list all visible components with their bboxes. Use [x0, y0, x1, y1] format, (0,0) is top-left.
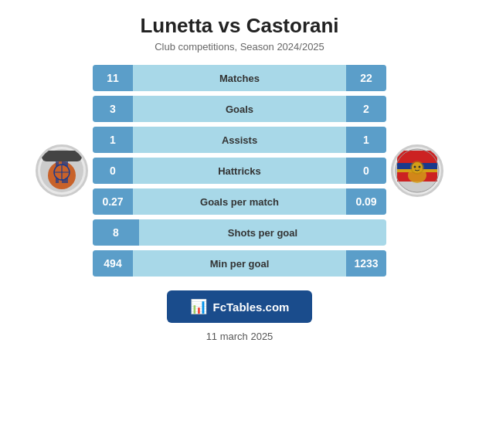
- team-logo-right: [386, 144, 448, 197]
- stat-right-assists: 1: [346, 127, 386, 153]
- stat-row-shots-per-goal: 8Shots per goal: [93, 219, 386, 246]
- stat-label-hattricks: Hattricks: [133, 165, 346, 177]
- stat-right-hattricks: 0: [346, 158, 386, 184]
- stat-right-min-per-goal: 1233: [346, 250, 386, 277]
- svg-point-19: [419, 166, 421, 168]
- header: Lunetta vs Castorani Club competitions, …: [132, 0, 346, 57]
- fctables-text: FcTables.com: [213, 300, 290, 314]
- stat-label-shots-per-goal: Shots per goal: [139, 227, 386, 239]
- stats-section: 11Matches223Goals21Assists10Hattricks00.…: [93, 65, 386, 277]
- stat-left-hattricks: 0: [93, 158, 133, 184]
- stat-right-matches: 22: [346, 65, 386, 91]
- stat-left-goals: 3: [93, 96, 133, 122]
- match-subtitle: Club competitions, Season 2024/2025: [140, 41, 338, 53]
- svg-rect-1: [42, 151, 82, 161]
- stat-label-min-per-goal: Min per goal: [133, 258, 346, 270]
- stat-row-min-per-goal: 494Min per goal1233: [93, 250, 386, 277]
- stat-row-matches: 11Matches22: [93, 65, 386, 91]
- stat-left-shots-per-goal: 8: [93, 219, 139, 246]
- svg-point-17: [412, 162, 423, 173]
- stat-right-goals-per-match: 0.09: [346, 188, 386, 215]
- potenza-badge: [391, 144, 443, 197]
- stat-row-goals-per-match: 0.27Goals per match0.09: [93, 188, 386, 215]
- stat-label-goals-per-match: Goals per match: [133, 196, 346, 208]
- stat-label-assists: Assists: [133, 134, 346, 146]
- catania-badge: [36, 144, 88, 197]
- stat-left-min-per-goal: 494: [93, 250, 133, 277]
- match-title: Lunetta vs Castorani: [140, 14, 338, 38]
- stat-row-hattricks: 0Hattricks0: [93, 158, 386, 184]
- fctables-icon: 📊: [190, 298, 207, 315]
- stat-row-goals: 3Goals2: [93, 96, 386, 122]
- stat-row-assists: 1Assists1: [93, 127, 386, 153]
- stat-label-goals: Goals: [133, 104, 346, 115]
- stat-label-matches: Matches: [133, 73, 346, 84]
- stat-left-matches: 11: [93, 65, 133, 91]
- team-logo-left: [31, 144, 93, 197]
- svg-point-18: [414, 166, 416, 168]
- main-area: 11Matches223Goals21Assists10Hattricks00.…: [0, 57, 479, 284]
- stat-left-assists: 1: [93, 127, 133, 153]
- stat-left-goals-per-match: 0.27: [93, 188, 133, 215]
- fctables-banner: 📊 FcTables.com: [167, 290, 313, 323]
- date-footer: 11 march 2025: [206, 331, 273, 342]
- stat-right-goals: 2: [346, 96, 386, 122]
